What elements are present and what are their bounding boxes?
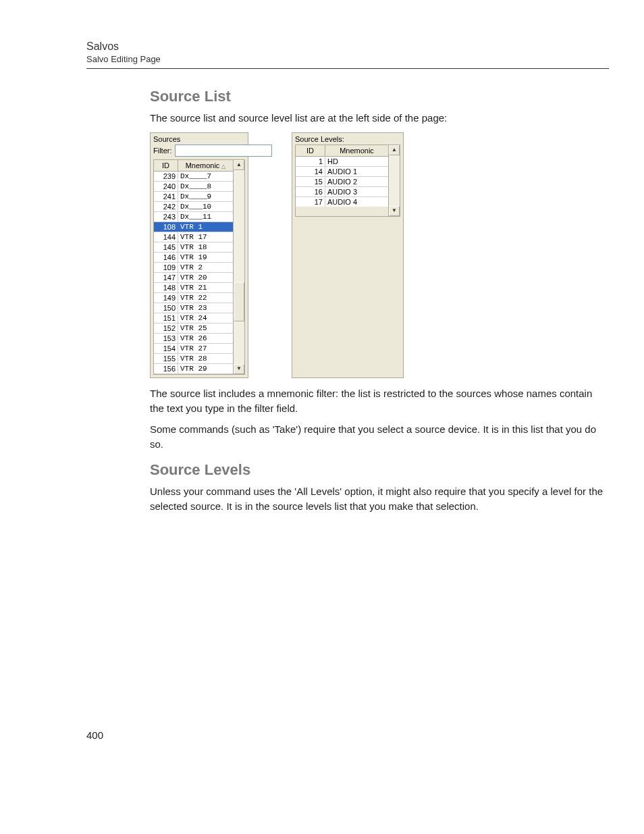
table-row[interactable]: 14AUDIO 1 [296,167,388,177]
cell-mnemonic: Dx___11 [178,212,233,221]
cell-mnemonic: VTR 18 [178,242,233,252]
scroll-up-icon[interactable]: ▲ [234,160,244,170]
sources-col-mnemonic[interactable]: Mnemonic△ [178,160,233,172]
sources-col-id[interactable]: ID [154,160,178,172]
table-row[interactable]: 149VTR 22 [154,293,233,303]
table-row[interactable]: 151VTR 24 [154,313,233,323]
sources-panel-title: Sources [151,133,248,145]
scroll-track[interactable] [234,170,244,364]
table-row[interactable]: 240Dx____8 [154,182,233,192]
cell-id: 16 [296,187,325,197]
levels-scrollbar[interactable]: ▲ ▼ [389,145,400,217]
cell-mnemonic: Dx____7 [178,172,233,181]
cell-id: 243 [154,212,178,221]
filter-label: Filter: [153,147,172,155]
cell-id: 109 [154,263,178,272]
table-row[interactable]: 148VTR 21 [154,283,233,293]
cell-id: 154 [154,344,178,353]
cell-id: 148 [154,283,178,292]
table-row[interactable]: 152VTR 25 [154,323,233,334]
cell-id: 156 [154,364,178,373]
source-levels-grid[interactable]: ID Mnemonic 1HD14AUDIO 115AUDIO 216AUDIO… [295,145,389,217]
cell-id: 147 [154,273,178,282]
cell-id: 150 [154,303,178,313]
section-heading-source-list: Source List [150,88,609,105]
cell-id: 15 [296,177,325,186]
table-row[interactable]: 156VTR 29 [154,364,233,374]
cell-mnemonic: VTR 24 [178,313,233,323]
table-row[interactable]: 16AUDIO 3 [296,187,388,197]
levels-col-id[interactable]: ID [296,145,325,157]
scroll-thumb[interactable] [234,282,244,321]
cell-id: 149 [154,293,178,303]
cell-mnemonic: VTR 21 [178,283,233,292]
cell-mnemonic: VTR 26 [178,334,233,343]
sources-col-mnemonic-label: Mnemonic [186,161,220,170]
table-row[interactable]: 155VTR 28 [154,354,233,364]
cell-mnemonic: Dx____8 [178,182,233,191]
cell-mnemonic: VTR 19 [178,253,233,262]
cell-mnemonic: VTR 28 [178,354,233,363]
levels-grid-filler [296,207,388,216]
cell-mnemonic: VTR 29 [178,364,233,373]
cell-id: 241 [154,192,178,201]
cell-id: 239 [154,172,178,181]
table-row[interactable]: 1HD [296,157,388,167]
source-levels-panel: Source Levels: ID Mnemonic 1HD14AUDIO 11… [292,132,404,378]
table-row[interactable]: 241Dx____9 [154,192,233,202]
cell-id: 1 [296,157,325,166]
levels-col-mnemonic[interactable]: Mnemonic [325,145,388,157]
header-subtitle: Salvo Editing Page [86,54,609,64]
table-row[interactable]: 17AUDIO 4 [296,197,388,207]
header-title: Salvos [86,41,609,53]
table-row[interactable]: 147VTR 20 [154,273,233,283]
cell-id: 146 [154,253,178,262]
cell-id: 152 [154,323,178,333]
sources-filter-input[interactable] [175,145,272,157]
cell-mnemonic: VTR 17 [178,232,233,242]
cell-id: 240 [154,182,178,191]
table-row[interactable]: 145VTR 18 [154,242,233,253]
header-rule [86,68,609,69]
source-list-intro: The source list and source level list ar… [150,111,609,126]
source-list-para2: The source list includes a mnemonic filt… [150,386,609,416]
table-row[interactable]: 243Dx___11 [154,212,233,222]
cell-id: 153 [154,334,178,343]
cell-mnemonic: VTR 2 [178,263,233,272]
table-row[interactable]: 239Dx____7 [154,172,233,182]
sources-grid[interactable]: ID Mnemonic△ 239Dx____7240Dx____8241Dx__… [153,159,234,375]
scroll-up-icon[interactable]: ▲ [389,145,400,155]
table-row[interactable]: 150VTR 23 [154,303,233,313]
cell-mnemonic: VTR 20 [178,273,233,282]
cell-mnemonic: AUDIO 3 [325,187,388,197]
cell-mnemonic: HD [325,157,388,166]
source-levels-para1: Unless your command uses the 'All Levels… [150,484,609,514]
cell-mnemonic: AUDIO 1 [325,167,388,176]
cell-mnemonic: Dx____9 [178,192,233,201]
scroll-track[interactable] [389,155,400,206]
table-row[interactable]: 153VTR 26 [154,334,233,344]
source-list-para3: Some commands (such as 'Take') require t… [150,422,609,452]
cell-mnemonic: AUDIO 2 [325,177,388,186]
table-row[interactable]: 108VTR 1 [154,222,233,232]
cell-mnemonic: VTR 23 [178,303,233,313]
table-row[interactable]: 144VTR 17 [154,232,233,242]
sources-scrollbar[interactable]: ▲ ▼ [234,159,245,375]
table-row[interactable]: 242Dx___10 [154,202,233,212]
cell-mnemonic: VTR 25 [178,323,233,333]
cell-id: 108 [154,222,178,232]
sources-panel: Sources Filter: ID Mnemonic△ 239Dx____72… [150,132,248,378]
cell-mnemonic: AUDIO 4 [325,197,388,207]
scroll-down-icon[interactable]: ▼ [389,206,400,216]
table-row[interactable]: 15AUDIO 2 [296,177,388,187]
table-row[interactable]: 146VTR 19 [154,253,233,263]
scroll-down-icon[interactable]: ▼ [234,364,244,374]
source-levels-panel-title: Source Levels: [292,133,403,145]
section-heading-source-levels: Source Levels [150,461,609,479]
cell-id: 145 [154,242,178,252]
page-number: 400 [86,729,609,741]
cell-mnemonic: VTR 1 [178,222,233,232]
cell-id: 17 [296,197,325,207]
table-row[interactable]: 109VTR 2 [154,263,233,273]
table-row[interactable]: 154VTR 27 [154,344,233,354]
